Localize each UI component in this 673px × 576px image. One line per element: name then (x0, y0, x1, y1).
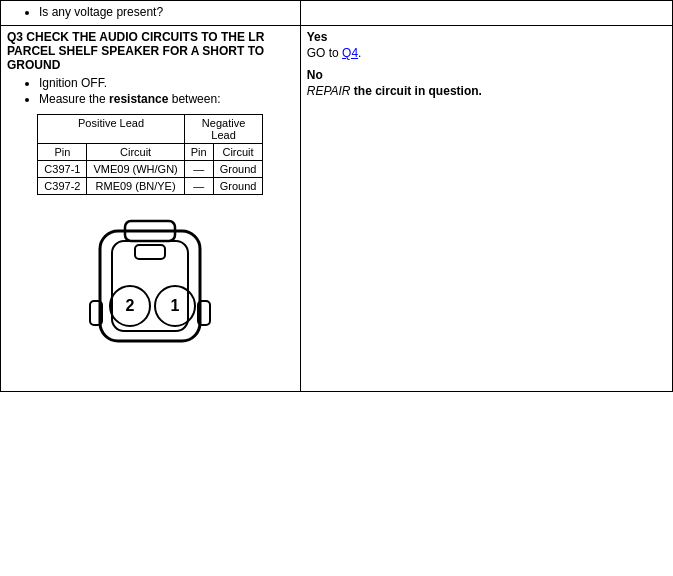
no-answer: No REPAIR the circuit in question. (307, 68, 666, 98)
prev-question-right (300, 1, 672, 26)
yes-answer: Yes GO to Q4. (307, 30, 666, 60)
yes-label: Yes (307, 30, 666, 44)
row1-pos-circuit: VME09 (WH/GN) (87, 161, 184, 178)
q3-bullets: Ignition OFF. Measure the resistance bet… (7, 76, 294, 106)
svg-rect-0 (100, 231, 200, 341)
repair-text: REPAIR the circuit in question. (307, 84, 666, 98)
prev-question-row: Is any voltage present? (1, 1, 673, 26)
repair-word: REPAIR (307, 84, 351, 98)
row1-neg-pin: — (184, 161, 213, 178)
q3-row: Q3 CHECK THE AUDIO CIRCUITS TO THE LR PA… (1, 26, 673, 392)
row2-neg-pin: — (184, 178, 213, 195)
row2-neg-circuit: Ground (213, 178, 263, 195)
col-pin-header-pos: Pin (38, 144, 87, 161)
table-row-1: C397-1 VME09 (WH/GN) — Ground (38, 161, 263, 178)
table-header-row-2: Pin Circuit Pin Circuit (38, 144, 263, 161)
prev-question-text: Is any voltage present? (39, 5, 294, 19)
resistance-table: Positive Lead NegativeLead Pin Circuit P… (37, 114, 263, 195)
table-header-row-1: Positive Lead NegativeLead (38, 115, 263, 144)
repair-rest: the circuit in question. (351, 84, 482, 98)
row1-neg-circuit: Ground (213, 161, 263, 178)
q4-link[interactable]: Q4 (342, 46, 358, 60)
positive-lead-header: Positive Lead (38, 115, 184, 144)
col-circuit-header-pos: Circuit (87, 144, 184, 161)
negative-lead-header: NegativeLead (184, 115, 263, 144)
table-row-2: C397-2 RME09 (BN/YE) — Ground (38, 178, 263, 195)
q3-bullet-1: Ignition OFF. (39, 76, 294, 90)
col-circuit-header-neg: Circuit (213, 144, 263, 161)
q3-left: Q3 CHECK THE AUDIO CIRCUITS TO THE LR PA… (1, 26, 301, 392)
row1-pos-pin: C397-1 (38, 161, 87, 178)
q3-right: Yes GO to Q4. No REPAIR the circuit in q… (300, 26, 672, 392)
svg-text:1: 1 (171, 297, 180, 314)
q3-header: Q3 CHECK THE AUDIO CIRCUITS TO THE LR PA… (7, 30, 294, 72)
row2-pos-pin: C397-2 (38, 178, 87, 195)
yes-text: GO to Q4. (307, 46, 666, 60)
svg-rect-3 (135, 245, 165, 259)
q3-bullet-2: Measure the resistance between: (39, 92, 294, 106)
col-pin-header-neg: Pin (184, 144, 213, 161)
main-table: Is any voltage present? Q3 CHECK THE AUD… (0, 0, 673, 392)
prev-question-left: Is any voltage present? (1, 1, 301, 26)
svg-text:2: 2 (126, 297, 135, 314)
row2-pos-circuit: RME09 (BN/YE) (87, 178, 184, 195)
connector-diagram: 2 1 (70, 211, 230, 371)
no-label: No (307, 68, 666, 82)
